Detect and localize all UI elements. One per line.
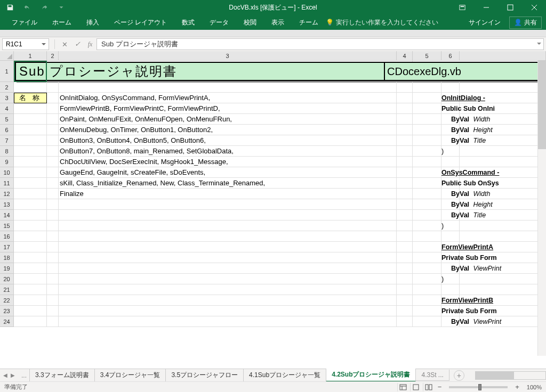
cell[interactable]: FormViewPrintA <box>441 242 460 252</box>
row-header[interactable]: 10 <box>0 167 14 178</box>
cell[interactable]: ByVal Height <box>441 125 460 135</box>
row-header[interactable]: 4 <box>0 103 14 114</box>
cell[interactable]: GaugeEnd, GaugeInit, sCreateFile, sDoEve… <box>59 167 397 178</box>
col-header[interactable]: 6 <box>441 51 460 61</box>
normal-view-icon[interactable] <box>397 383 409 391</box>
row-header[interactable]: 14 <box>0 210 14 220</box>
tab-file[interactable]: ファイル <box>4 15 45 30</box>
sheet-tab[interactable]: 4.1Subプロシージャ一覧 <box>243 369 326 382</box>
save-icon[interactable] <box>5 3 15 12</box>
cell[interactable]: ByVal Width <box>441 189 460 199</box>
cell[interactable]: Private Sub Form <box>441 306 460 316</box>
minimize-button[interactable] <box>474 0 498 15</box>
row-header[interactable]: 20 <box>0 274 14 284</box>
cell[interactable]: ByVal Width <box>441 114 460 125</box>
cell[interactable]: ByVal ViewPrint <box>441 316 460 327</box>
row-header[interactable]: 9 <box>0 157 14 167</box>
sheet-nav[interactable]: ◀▶ <box>0 372 18 378</box>
row-header[interactable]: 6 <box>0 125 14 135</box>
cell[interactable]: OnPaint, OnMenuFExit, OnMenuFOpen, OnMen… <box>59 114 397 125</box>
scrollbar-thumb[interactable] <box>476 372 514 379</box>
tab-insert[interactable]: 挿入 <box>79 15 107 30</box>
name-box[interactable]: R1C1 <box>2 38 49 50</box>
col-header[interactable]: 2 <box>47 51 59 61</box>
scrollbar-thumb[interactable] <box>538 61 546 149</box>
cell[interactable]: Finalize <box>59 189 397 199</box>
row-header[interactable]: 5 <box>0 114 14 125</box>
row-header[interactable]: 11 <box>0 178 14 189</box>
cell[interactable]: OnMenuDebug, OnTimer, OnButton1, OnButto… <box>59 125 397 135</box>
col-header[interactable]: 5 <box>413 51 441 61</box>
row-header[interactable]: 18 <box>0 252 14 263</box>
sheet-tab-active[interactable]: 4.2Subプロシージャ説明書 <box>326 369 416 382</box>
tab-review[interactable]: 校閲 <box>236 15 264 30</box>
cell[interactable]: ByVal Title <box>441 210 460 220</box>
page-break-view-icon[interactable] <box>423 383 435 391</box>
row-header[interactable]: 24 <box>0 316 14 327</box>
row-header[interactable]: 21 <box>0 284 14 295</box>
cell[interactable]: Public Sub OnIni <box>441 103 460 114</box>
row-header[interactable]: 23 <box>0 306 14 316</box>
doc-title-cell[interactable]: Sub プロシージャ説明書 <box>15 62 394 81</box>
close-button[interactable] <box>522 0 546 15</box>
row-header[interactable]: 7 <box>0 135 14 146</box>
tell-me[interactable]: 💡 実行したい作業を入力してください <box>326 15 438 30</box>
expand-formula-bar-icon[interactable] <box>537 43 541 47</box>
maximize-button[interactable] <box>498 0 522 15</box>
signin-link[interactable]: サインイン <box>469 18 501 27</box>
sheet-tab[interactable]: 4.3St ... <box>415 370 449 381</box>
zoom-slider[interactable] <box>449 386 508 388</box>
row-header[interactable]: 13 <box>0 199 14 210</box>
sheet-tabs-more[interactable]: ... <box>18 372 30 379</box>
qat-customize-icon[interactable] <box>57 3 66 12</box>
cell[interactable]: ) <box>441 220 460 231</box>
tab-page-layout[interactable]: ページ レイアウト <box>107 15 174 30</box>
vertical-scrollbar[interactable] <box>537 61 546 356</box>
share-button[interactable]: 👤 共有 <box>509 17 542 29</box>
sheet-nav-prev-icon[interactable]: ◀ <box>3 372 7 378</box>
row-header[interactable]: 12 <box>0 189 14 199</box>
cell[interactable]: ByVal Height <box>441 199 460 210</box>
ribbon-display-options-icon[interactable] <box>450 0 474 15</box>
cell[interactable]: FormViewPrintB <box>441 295 460 306</box>
cell[interactable]: OnButton7, OnButton8, main_Renamed, SetG… <box>59 146 397 157</box>
zoom-out-button[interactable]: − <box>436 383 444 391</box>
formula-input[interactable]: Sub プロシージャ説明書 <box>97 38 544 50</box>
cell[interactable]: sKill, Class_Initialize_Renamed, New, Cl… <box>59 178 397 189</box>
cell[interactable]: OnInitDialog, OnSysCommand, FormViewPrin… <box>59 93 397 103</box>
cell[interactable]: OnButton3, OnButton4, OnButton5, OnButto… <box>59 135 397 146</box>
undo-icon[interactable] <box>22 3 32 12</box>
name-label-cell[interactable]: 名 称 <box>14 93 47 103</box>
cancel-icon[interactable]: ✕ <box>58 38 71 50</box>
cell[interactable]: OnInitDialog - <box>441 93 460 103</box>
row-header[interactable]: 3 <box>0 93 14 103</box>
cell[interactable]: Public Sub OnSys <box>441 178 460 189</box>
col-header[interactable]: 4 <box>397 51 413 61</box>
row-header[interactable]: 8 <box>0 146 14 157</box>
row-header[interactable]: 15 <box>0 220 14 231</box>
tab-team[interactable]: チーム <box>292 15 326 30</box>
sheet-tab[interactable]: 3.3フォーム説明書 <box>29 369 95 382</box>
col-header[interactable] <box>460 51 546 61</box>
horizontal-scrollbar[interactable] <box>475 371 546 380</box>
page-layout-view-icon[interactable] <box>410 383 422 391</box>
doc-title2-cell[interactable]: CDocexeDlg.vb <box>384 62 546 81</box>
row-header[interactable]: 22 <box>0 295 14 306</box>
row-header[interactable]: 2 <box>0 82 14 93</box>
col-header[interactable]: 1 <box>14 51 47 61</box>
add-sheet-button[interactable]: + <box>454 370 464 381</box>
fx-icon[interactable]: fx <box>84 38 97 50</box>
sheet-tab[interactable]: 3.5プロシージャフロー <box>165 369 244 382</box>
zoom-level[interactable]: 100% <box>523 384 542 390</box>
sheet-tab[interactable]: 3.4プロシージャ一覧 <box>94 369 166 382</box>
tab-home[interactable]: ホーム <box>45 15 79 30</box>
zoom-thumb[interactable] <box>478 384 481 390</box>
cell[interactable]: ) <box>441 146 460 157</box>
row-header[interactable]: 17 <box>0 242 14 252</box>
cell[interactable]: OnSysCommand - <box>441 167 460 178</box>
tab-view[interactable]: 表示 <box>264 15 292 30</box>
cell[interactable]: ByVal Title <box>441 135 460 146</box>
cell[interactable]: ByVal ViewPrint <box>441 263 460 274</box>
redo-icon[interactable] <box>39 3 49 12</box>
row-header[interactable]: 1 <box>0 61 14 82</box>
